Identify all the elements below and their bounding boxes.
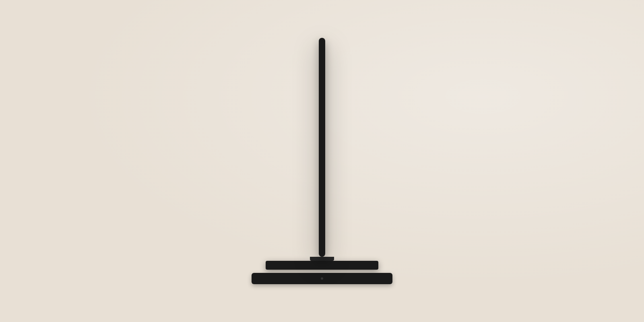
tv-stand [266,257,378,270]
tv-frame: DTV 6-1 📺 Antenna... Live TV ✓ [319,38,325,257]
soundbar [252,273,392,284]
stand-neck [310,257,334,261]
stand-base [266,261,378,270]
soundbar-dot [321,277,323,280]
